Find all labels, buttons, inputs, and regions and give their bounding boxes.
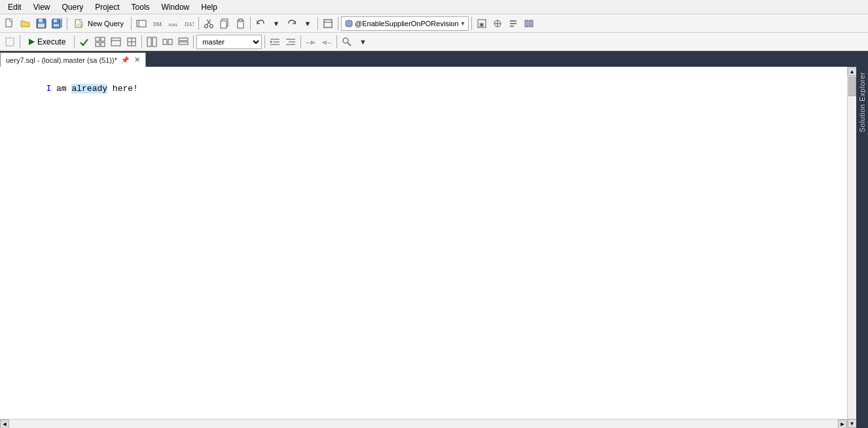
tb2-btn-b[interactable] (160, 35, 175, 49)
tab-label: uery7.sql - (local).master (sa (51))* (6, 56, 117, 64)
tb-icon-6: DAX (183, 18, 194, 29)
toolbar-1: SQL New Query DMF XMLA DAX (0, 14, 868, 33)
execute-label: Execute (37, 37, 65, 46)
tb-btn-3[interactable] (134, 16, 149, 31)
svg-rect-21 (221, 21, 226, 28)
h-scroll-right-btn[interactable]: ► (838, 419, 847, 429)
menu-edit[interactable]: Edit (3, 1, 27, 13)
h-scroll-track[interactable] (9, 419, 838, 428)
undo-dropdown[interactable]: ▼ (269, 16, 283, 31)
comment-button[interactable]: --⊳ (304, 35, 318, 49)
indent-icon (270, 37, 280, 47)
h-scroll-left-btn[interactable]: ◄ (0, 419, 9, 429)
outdent-button[interactable] (283, 35, 298, 49)
redo-button[interactable] (285, 16, 299, 31)
svg-rect-24 (324, 20, 332, 27)
sep-7 (471, 17, 472, 30)
svg-text:--⊳: --⊳ (306, 39, 316, 46)
new-file-button[interactable] (3, 16, 17, 31)
sep-t2-4 (193, 35, 194, 48)
tb2-grid-1[interactable] (93, 35, 107, 49)
svg-rect-45 (153, 37, 156, 46)
tb-extra-icon-1: ▣ (477, 18, 487, 29)
comment-icon: --⊳ (306, 37, 316, 47)
code-line-1: I am already here! (5, 69, 842, 108)
outdent-icon (285, 37, 296, 47)
svg-rect-36 (101, 37, 105, 41)
indent-button[interactable] (268, 35, 282, 49)
menu-tools[interactable]: Tools (126, 1, 155, 13)
save-all-button[interactable] (50, 16, 64, 31)
solution-explorer-tab[interactable]: Solution Explorer (857, 67, 867, 137)
svg-rect-33 (530, 20, 533, 27)
execute-button[interactable]: Execute (23, 35, 71, 49)
menu-query[interactable]: Query (56, 1, 88, 13)
redo-icon (287, 18, 297, 29)
sep-1 (67, 17, 67, 30)
tb-extra-1[interactable]: ▣ (475, 16, 489, 31)
svg-rect-5 (54, 20, 57, 22)
zoom-dropdown[interactable]: ▼ (355, 35, 370, 49)
v-scroll-down-btn[interactable]: ▼ (848, 419, 857, 428)
toolbar-2: Execute (0, 33, 868, 51)
zoom-button[interactable] (340, 35, 354, 49)
paste-icon (235, 18, 245, 29)
menu-view[interactable]: View (28, 1, 56, 13)
menu-bar: Edit View Query Project Tools Window Hel… (0, 0, 868, 14)
sep-t2-7 (336, 35, 337, 48)
new-query-button[interactable]: SQL New Query (70, 16, 128, 31)
uncomment-icon: ⊲-- (321, 37, 332, 47)
v-scroll-up-btn[interactable]: ▲ (848, 67, 857, 76)
new-query-icon: SQL (75, 18, 85, 29)
tb-extra-2[interactable] (490, 16, 505, 31)
undo-button[interactable] (253, 16, 268, 31)
parse-button[interactable] (77, 35, 92, 49)
v-scroll-thumb[interactable] (848, 77, 856, 96)
svg-rect-39 (111, 38, 120, 46)
sep-t2-2 (74, 35, 75, 48)
menu-window[interactable]: Window (156, 1, 195, 13)
database-select[interactable]: master (196, 35, 262, 49)
uncomment-button[interactable]: ⊲-- (319, 35, 334, 49)
tb2-icon-1 (5, 37, 15, 47)
tb-btn-5[interactable]: XMLA (166, 16, 180, 31)
menu-help[interactable]: Help (196, 1, 223, 13)
tb2-btn-a[interactable] (145, 35, 159, 49)
fullscreen-button[interactable] (321, 16, 335, 31)
svg-text:SQL: SQL (77, 23, 83, 27)
fullscreen-icon (323, 18, 333, 29)
cut-button[interactable] (202, 16, 216, 31)
sep-6 (338, 17, 338, 30)
tb2-btn-1[interactable] (3, 35, 17, 49)
code-normal-2: here! (107, 84, 138, 94)
query-tab[interactable]: uery7.sql - (local).master (sa (51))* 📌 … (0, 52, 146, 67)
menu-project[interactable]: Project (90, 1, 124, 13)
tb-btn-4[interactable]: DMF (150, 16, 164, 31)
svg-text:DMF: DMF (153, 22, 162, 27)
redo-dropdown[interactable]: ▼ (300, 16, 315, 31)
tb2-btn-c[interactable] (176, 35, 190, 49)
svg-rect-23 (239, 19, 242, 22)
tab-bar: uery7.sql - (local).master (sa (51))* 📌 … (0, 51, 868, 67)
copy-button[interactable] (217, 16, 232, 31)
tb-btn-6[interactable]: DAX (181, 16, 196, 31)
v-scroll-track[interactable] (848, 76, 856, 419)
close-tab-icon[interactable]: ✕ (134, 56, 140, 64)
tb-extra-4[interactable] (522, 16, 536, 31)
v-scrollbar: ▲ ▼ (847, 67, 856, 428)
connection-dropdown[interactable]: @EnableSupplierOnPORevision ▼ (341, 16, 469, 31)
tb2-grid-2[interactable] (109, 35, 123, 49)
pin-icon[interactable]: 📌 (121, 56, 129, 63)
right-panel: Solution Explorer (856, 67, 868, 428)
tb-extra-icon-3 (508, 18, 518, 29)
tb-extra-icon-4 (524, 18, 534, 29)
paste-button[interactable] (233, 16, 247, 31)
cut-icon (204, 18, 214, 29)
check-icon (79, 37, 90, 47)
tb2-grid-3[interactable] (124, 35, 139, 49)
open-file-button[interactable] (18, 16, 33, 31)
save-button[interactable] (34, 16, 48, 31)
svg-text:▣: ▣ (479, 22, 484, 27)
editor-content[interactable]: I am already here! (0, 67, 847, 419)
tb-extra-3[interactable] (506, 16, 520, 31)
